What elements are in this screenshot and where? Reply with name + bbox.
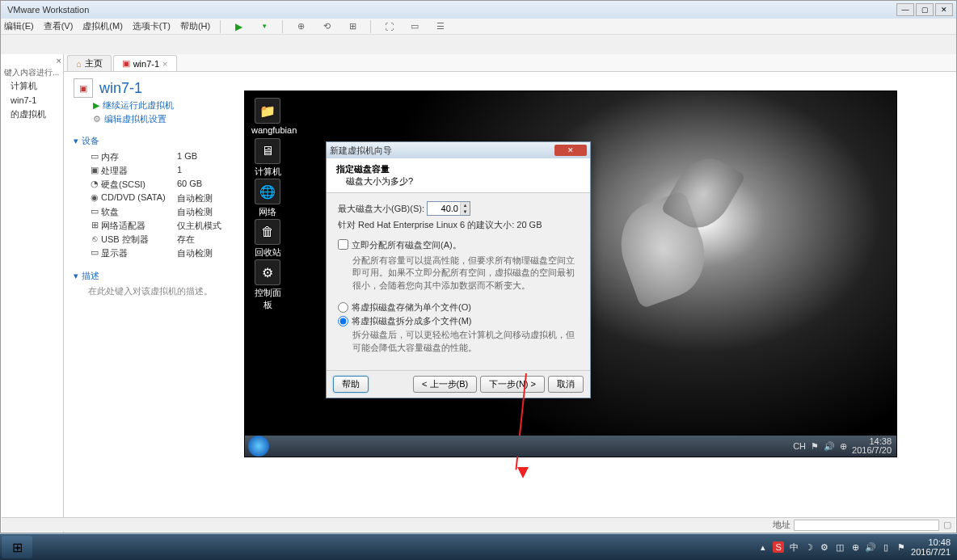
desktop-icon-network[interactable]: 🌐网络: [251, 179, 284, 218]
vm-icon: ▣: [122, 58, 130, 69]
wizard-close-button[interactable]: ✕: [554, 145, 587, 156]
tab-label: win7-1: [133, 59, 159, 69]
revert-button[interactable]: ⟲: [318, 19, 335, 35]
host-clock[interactable]: 10:48 2016/7/21: [911, 537, 951, 557]
help-button[interactable]: 帮助: [333, 376, 369, 393]
spinner-up-icon[interactable]: ▲: [460, 202, 470, 208]
address-input[interactable]: [794, 520, 939, 531]
desktop-icon-recycle[interactable]: 🗑回收站: [251, 219, 284, 259]
menu-view[interactable]: 查看(V): [44, 20, 74, 32]
allocate-now-checkbox[interactable]: 立即分配所有磁盘空间(A)。: [338, 239, 579, 251]
guest-start-button[interactable]: [248, 436, 269, 457]
disk-size-input[interactable]: [428, 204, 460, 213]
store-multi-radio[interactable]: 将虚拟磁盘拆分成多个文件(M): [338, 315, 579, 327]
guest-tray-lang[interactable]: CH: [793, 441, 806, 451]
memory-icon: ▭: [88, 151, 101, 163]
checkbox-input[interactable]: [338, 239, 348, 250]
tray-flag-icon[interactable]: ⚑: [896, 541, 907, 553]
menu-help[interactable]: 帮助(H): [180, 20, 210, 32]
fullscreen-button[interactable]: ⛶: [381, 19, 397, 35]
separator: [220, 20, 221, 33]
maximize-panel-icon[interactable]: ▢: [939, 520, 955, 530]
back-button[interactable]: < 上一步(B): [413, 376, 477, 393]
desktop-icon-control[interactable]: ⚙控制面板: [251, 259, 284, 311]
spinner-down-icon[interactable]: ▼: [460, 208, 470, 215]
minimize-button[interactable]: —: [896, 3, 914, 16]
host-taskbar[interactable]: ⊞ ▴ S 中 ☽ ⚙ ◫ ⊕ 🔊 ▯ ⚑ 10:48 2016/7/21: [0, 534, 957, 560]
menu-tabs[interactable]: 选项卡(T): [133, 20, 171, 32]
window-title: VMware Workstation: [4, 5, 896, 15]
guest-tray-net-icon[interactable]: ⊕: [840, 441, 847, 452]
play-button[interactable]: ▶: [230, 19, 247, 35]
guest-taskbar[interactable]: CH ⚑ 🔊 ⊕ 14:38 2016/7/20: [245, 436, 896, 457]
radio-input[interactable]: [338, 316, 348, 326]
library-button[interactable]: ☰: [432, 19, 449, 35]
sidebar-close-icon[interactable]: ×: [57, 56, 61, 65]
wizard-subheading: 磁盘大小为多少?: [336, 176, 413, 186]
unity-button[interactable]: ▭: [407, 19, 423, 35]
sidebar-search-hint[interactable]: 键入内容进行...: [4, 67, 60, 78]
split-note: 拆分磁盘后，可以更轻松地在计算机之间移动虚拟机，但可能会降低大容量磁盘的性能。: [338, 329, 579, 354]
menubar: 编辑(E) 查看(V) 虚拟机(M) 选项卡(T) 帮助(H) ▶ ▼ ⊕ ⟲ …: [1, 19, 956, 35]
menu-vm[interactable]: 虚拟机(M): [82, 20, 123, 32]
guest-tray: CH ⚑ 🔊 ⊕ 14:38 2016/7/20: [793, 437, 896, 455]
maximize-button[interactable]: ▢: [916, 3, 934, 16]
play-icon: ▶: [93, 100, 99, 111]
vm-cube-icon: ▣: [74, 78, 93, 98]
tray-ime-icon[interactable]: S: [773, 541, 784, 553]
usb-icon: ⎋: [88, 234, 101, 246]
desktop-icon-computer[interactable]: 🖥计算机: [251, 138, 284, 178]
recommend-text: 针对 Red Hat Enterprise Linux 6 的建议大小: 20 …: [338, 219, 579, 231]
tray-display-icon[interactable]: ◫: [834, 541, 845, 553]
manage-button[interactable]: ⊞: [344, 19, 360, 35]
tab-win7[interactable]: ▣ win7-1 ×: [113, 55, 177, 71]
disk-size-spinner[interactable]: ▲ ▼: [427, 201, 470, 216]
tray-chevron-icon[interactable]: ▴: [757, 541, 769, 553]
wizard-titlebar[interactable]: 新建虚拟机向导 ✕: [327, 142, 590, 158]
store-single-radio[interactable]: 将虚拟磁盘存储为单个文件(O): [338, 301, 579, 314]
separator: [282, 20, 283, 33]
folder-icon: 📁: [255, 98, 280, 124]
desktop-icon-folder[interactable]: 📁wangfubian: [251, 98, 284, 135]
tray-net-icon[interactable]: ⊕: [849, 541, 861, 553]
tray-battery-icon[interactable]: ▯: [880, 541, 892, 553]
host-start-button[interactable]: ⊞: [2, 536, 32, 558]
new-vm-wizard: 新建虚拟机向导 ✕ 指定磁盘容量 磁盘大小为多少? 最大磁盘大小(GB)(S):…: [326, 141, 591, 398]
tree-item-shared[interactable]: 的虚拟机: [4, 107, 60, 122]
guest-clock[interactable]: 14:38 2016/7/20: [852, 437, 892, 455]
tab-close-icon[interactable]: ×: [162, 59, 167, 69]
tab-home[interactable]: ⌂ 主页: [67, 55, 112, 71]
wizard-footer: 帮助 < 上一步(B) 下一步(N) > 取消: [327, 370, 590, 398]
collapse-icon: ▾: [74, 136, 78, 146]
status-bar: 地址 ▢: [2, 517, 955, 532]
sidebar: × 键入内容进行... 计算机 win7-1 的虚拟机: [1, 54, 64, 533]
hdd-icon: ◔: [88, 179, 101, 191]
menu-edit[interactable]: 编辑(E): [4, 20, 34, 32]
allocate-note: 分配所有容量可以提高性能，但要求所有物理磁盘空间立即可用。如果不立即分配所有空间…: [338, 255, 579, 292]
dropdown-icon[interactable]: ▼: [256, 19, 272, 35]
snapshot-button[interactable]: ⊕: [293, 19, 309, 35]
network-icon: ⊞: [88, 220, 101, 232]
tray-gear-icon[interactable]: ⚙: [819, 541, 830, 553]
cancel-button[interactable]: 取消: [548, 376, 584, 393]
guest-tray-flag-icon[interactable]: ⚑: [811, 441, 819, 452]
recycle-icon: 🗑: [255, 219, 280, 245]
home-icon: ⌂: [76, 59, 82, 69]
collapse-icon: ▾: [74, 271, 78, 281]
guest-tray-volume-icon[interactable]: 🔊: [824, 441, 835, 452]
wizard-heading: 指定磁盘容量: [336, 163, 580, 175]
tray-lang-icon[interactable]: 中: [788, 541, 799, 553]
gear-icon: ⚙: [93, 114, 101, 124]
tray-volume-icon[interactable]: 🔊: [865, 541, 876, 553]
close-button[interactable]: ✕: [935, 3, 953, 16]
guest-screen[interactable]: 📁wangfubian 🖥计算机 🌐网络 🗑回收站 ⚙控制面板 新建虚拟机向导 …: [244, 91, 897, 457]
host-tray: ▴ S 中 ☽ ⚙ ◫ ⊕ 🔊 ▯ ⚑ 10:48 2016/7/21: [757, 537, 957, 557]
vm-name: win7-1: [99, 80, 142, 97]
spinner-arrows: ▲ ▼: [460, 202, 470, 215]
next-button[interactable]: 下一步(N) >: [480, 376, 545, 393]
tree-item-computer[interactable]: 计算机: [4, 78, 60, 94]
tab-label: 主页: [85, 57, 103, 69]
radio-input[interactable]: [338, 302, 348, 313]
tray-moon-icon[interactable]: ☽: [803, 541, 815, 553]
tree-item-win7[interactable]: win7-1: [4, 94, 60, 107]
